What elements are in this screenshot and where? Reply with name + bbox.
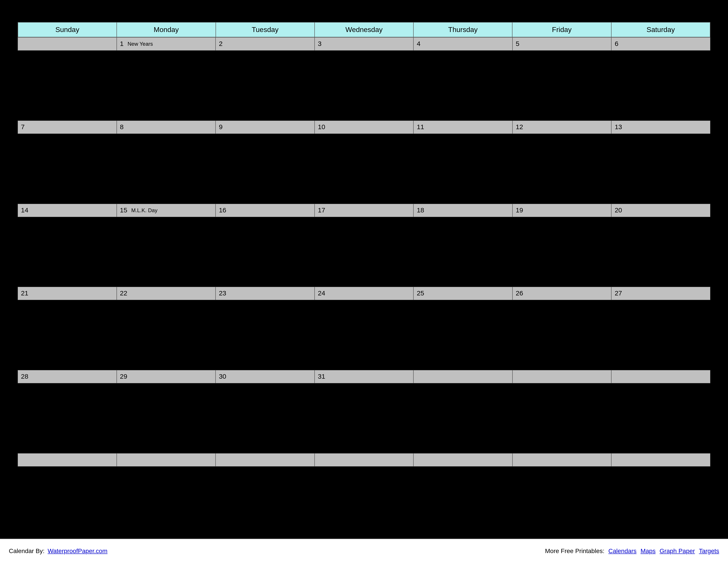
day-cell-w4-d3: 31 [315, 370, 414, 383]
day-row-5 [18, 453, 710, 467]
day-number-w2-d4: 18 [417, 206, 424, 214]
day-row-2: 1415M.L.K. Day1617181920 [18, 204, 710, 217]
day-number-w3-d3: 24 [318, 289, 325, 297]
day-cell-w1-d5: 12 [512, 120, 612, 134]
day-number-w2-d1: 15 [120, 206, 127, 214]
day-cell-w5-d2 [216, 453, 315, 467]
day-cell-w1-d3: 10 [315, 120, 414, 134]
day-cell-w1-d0: 7 [18, 120, 117, 134]
day-cell-w2-d1: 15M.L.K. Day [117, 204, 216, 217]
calendars-link[interactable]: Calendars [608, 548, 637, 555]
holiday-label-w0-d1: New Years [128, 41, 153, 47]
header-friday: Friday [512, 22, 611, 37]
day-cell-w2-d3: 17 [315, 204, 414, 217]
day-number-w2-d2: 16 [219, 206, 226, 214]
day-row-4: 28293031 [18, 370, 710, 383]
day-cell-w0-d0 [18, 37, 117, 51]
header-row: Sunday Monday Tuesday Wednesday Thursday… [18, 22, 710, 37]
day-number-w1-d6: 13 [615, 123, 622, 131]
day-cell-w1-d2: 9 [216, 120, 315, 134]
day-cell-w2-d0: 14 [18, 204, 117, 217]
day-cell-w0-d6: 6 [611, 37, 710, 51]
week-spacer-3 [18, 300, 710, 370]
calendar-grid: Sunday Monday Tuesday Wednesday Thursday… [18, 22, 710, 537]
day-row-0: 1New Years23456 [18, 37, 710, 51]
header-monday: Monday [117, 22, 216, 37]
header-saturday: Saturday [611, 22, 710, 37]
day-number-w4-d1: 29 [120, 373, 127, 381]
more-printables-label: More Free Printables: [545, 548, 604, 555]
day-cell-w4-d4 [413, 370, 512, 383]
day-cell-w2-d4: 18 [413, 204, 512, 217]
week-block-1: 78910111213 [18, 120, 710, 204]
day-cell-w0-d5: 5 [512, 37, 612, 51]
day-cell-w3-d2: 23 [216, 287, 315, 300]
header-sunday: Sunday [18, 22, 117, 37]
week-block-3: 21222324252627 [18, 287, 710, 370]
day-cell-w0-d1: 1New Years [117, 37, 216, 51]
week-block-4: 28293031 [18, 370, 710, 453]
day-number-w3-d6: 27 [615, 289, 622, 297]
day-number-w0-d3: 3 [318, 40, 322, 48]
calendar-by-label: Calendar By: [9, 548, 45, 555]
day-number-w1-d0: 7 [21, 123, 25, 131]
day-number-w3-d4: 25 [417, 289, 424, 297]
holiday-label-w2-d1: M.L.K. Day [131, 207, 158, 213]
day-cell-w4-d0: 28 [18, 370, 117, 383]
day-cell-w1-d1: 8 [117, 120, 216, 134]
day-number-w4-d0: 28 [21, 373, 28, 381]
week-spacer-0 [18, 51, 710, 120]
day-cell-w4-d6 [611, 370, 710, 383]
day-number-w4-d2: 30 [219, 373, 226, 381]
day-cell-w5-d5 [512, 453, 612, 467]
day-cell-w1-d4: 11 [413, 120, 512, 134]
day-row-3: 21222324252627 [18, 287, 710, 300]
day-number-w1-d5: 12 [516, 123, 523, 131]
website-link[interactable]: WaterproofPaper.com [48, 548, 107, 555]
day-cell-w5-d3 [315, 453, 414, 467]
day-number-w0-d6: 6 [615, 40, 618, 48]
day-cell-w3-d1: 22 [117, 287, 216, 300]
day-number-w0-d1: 1 [120, 40, 124, 48]
day-number-w3-d1: 22 [120, 289, 127, 297]
header-wednesday: Wednesday [315, 22, 413, 37]
day-cell-w3-d6: 27 [611, 287, 710, 300]
week-block-2: 1415M.L.K. Day1617181920 [18, 204, 710, 287]
day-number-w2-d3: 17 [318, 206, 325, 214]
day-cell-w1-d6: 13 [611, 120, 710, 134]
week-block-5 [18, 453, 710, 537]
header-tuesday: Tuesday [216, 22, 315, 37]
day-number-w1-d1: 8 [120, 123, 124, 131]
graph-paper-link[interactable]: Graph Paper [660, 548, 695, 555]
day-cell-w3-d3: 24 [315, 287, 414, 300]
day-cell-w0-d4: 4 [413, 37, 512, 51]
week-spacer-5 [18, 467, 710, 537]
day-number-w0-d5: 5 [516, 40, 520, 48]
day-cell-w5-d4 [413, 453, 512, 467]
day-cell-w3-d5: 26 [512, 287, 612, 300]
day-row-1: 78910111213 [18, 120, 710, 134]
header-thursday: Thursday [413, 22, 512, 37]
calendar-wrapper: Sunday Monday Tuesday Wednesday Thursday… [18, 22, 710, 537]
day-cell-w4-d2: 30 [216, 370, 315, 383]
targets-link[interactable]: Targets [699, 548, 719, 555]
day-cell-w0-d3: 3 [315, 37, 414, 51]
day-number-w4-d3: 31 [318, 373, 325, 381]
day-cell-w4-d1: 29 [117, 370, 216, 383]
day-number-w3-d2: 23 [219, 289, 226, 297]
maps-link[interactable]: Maps [640, 548, 655, 555]
day-number-w2-d5: 19 [516, 206, 523, 214]
footer-right: More Free Printables: Calendars Maps Gra… [545, 548, 719, 555]
week-spacer-1 [18, 134, 710, 204]
day-number-w2-d0: 14 [21, 206, 28, 214]
day-cell-w2-d2: 16 [216, 204, 315, 217]
day-number-w1-d3: 10 [318, 123, 325, 131]
day-number-w3-d5: 26 [516, 289, 523, 297]
day-number-w2-d6: 20 [615, 206, 622, 214]
day-cell-w0-d2: 2 [216, 37, 315, 51]
day-cell-w5-d6 [611, 453, 710, 467]
day-cell-w2-d6: 20 [611, 204, 710, 217]
day-cell-w3-d0: 21 [18, 287, 117, 300]
day-number-w3-d0: 21 [21, 289, 28, 297]
day-cell-w2-d5: 19 [512, 204, 612, 217]
